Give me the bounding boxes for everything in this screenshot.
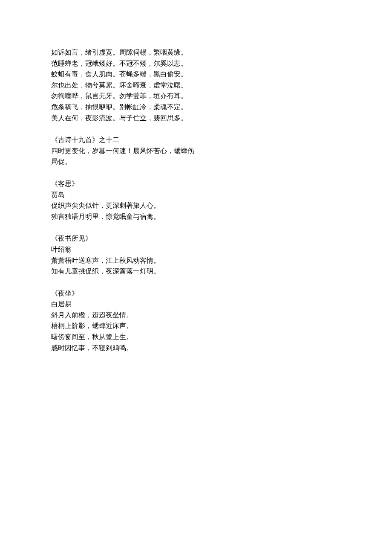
poem-block-nineteen: 《古诗十九首》之十二 四时更变化，岁暮一何速！晨风怀苦心，蟋蟀伤 局促。 (51, 134, 341, 167)
poem-line: 感时因忆事，不寝到鸡鸣。 (51, 343, 341, 354)
poem-line: 独言独语月明里，惊觉眠童与宿禽。 (51, 211, 341, 222)
poem-author: 白居易 (51, 299, 341, 310)
poem-line: 范睡蝉老，冠峨矮好。不冠不矮，尔奚以悲。 (51, 58, 341, 69)
poem-line: 知有儿童挑促织，夜深篱落一灯明。 (51, 266, 341, 277)
poem-line: 曙傍窗间至，秋从簟上生。 (51, 331, 341, 343)
poem-line: 萧萧梧叶送寒声，江上秋风动客情。 (51, 255, 341, 266)
poem-line: 勿徇喧哗，鼠岂无牙。勿学萋菲，垣亦有耳。 (51, 90, 341, 102)
poem-line: 危条稿飞，抽恨咿咿。别帐缸冷，柔魂不定。 (51, 102, 341, 113)
poem-line: 蚊蛆有毒，食人肌肉。苍蝇多端，黑白偷安。 (51, 69, 341, 80)
poem-block-yeshu: 《夜书所见》 叶绍翁 萧萧梧叶送寒声，江上秋风动客情。 知有儿童挑促织，夜深篱落… (51, 233, 341, 276)
poem-line: 美人在何，夜影流波。与子伫立，裴回思多。 (51, 113, 341, 124)
poem-author: 叶绍翁 (51, 244, 341, 255)
poem-title: 《夜书所见》 (51, 233, 341, 244)
poem-author: 贾岛 (51, 189, 341, 200)
poem-title: 《客思》 (51, 178, 341, 189)
poem-line: 斜月入前楹，迢迢夜坐情。 (51, 310, 341, 321)
poem-line: 局促。 (51, 156, 341, 167)
poem-line: 四时更变化，岁暮一何速！晨风怀苦心，蟋蟀伤 (51, 145, 341, 157)
poem-line: 促织声尖尖似针，更深刺著旅人心。 (51, 200, 341, 211)
poem-title: 《夜坐》 (51, 288, 341, 299)
document-page: 如诉如言，绪引虚宽。周隙伺榻，繁咽黄缘。 范睡蝉老，冠峨矮好。不冠不矮，尔奚以悲… (0, 0, 392, 555)
poem-block-untitled: 如诉如言，绪引虚宽。周隙伺榻，繁咽黄缘。 范睡蝉老，冠峨矮好。不冠不矮，尔奚以悲… (51, 47, 341, 123)
poem-block-kesi: 《客思》 贾岛 促织声尖尖似针，更深刺著旅人心。 独言独语月明里，惊觉眠童与宿禽… (51, 178, 341, 222)
poem-line: 梧桐上阶影，蟋蟀近床声。 (51, 320, 341, 331)
poem-block-yezuo: 《夜坐》 白居易 斜月入前楹，迢迢夜坐情。 梧桐上阶影，蟋蟀近床声。 曙傍窗间至… (51, 288, 341, 354)
poem-line: 尔也出处，物兮莫累。坏舍啼衰，虚堂泣曙。 (51, 80, 341, 91)
poem-title: 《古诗十九首》之十二 (51, 134, 341, 145)
poem-line: 如诉如言，绪引虚宽。周隙伺榻，繁咽黄缘。 (51, 47, 341, 58)
